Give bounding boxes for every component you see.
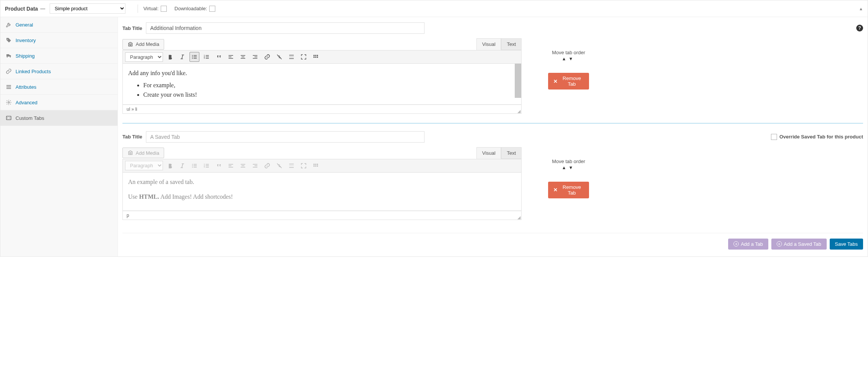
add-tab-button[interactable]: +Add a Tab [728,239,768,250]
move-up-icon[interactable]: ▲ [562,56,569,61]
toolbar-toggle-icon[interactable] [311,52,321,62]
footer-actions: +Add a Tab +Add a Saved Tab Save Tabs [122,233,863,251]
link-icon[interactable] [262,52,272,62]
numbered-list-icon[interactable]: 123 [202,52,212,62]
svg-point-11 [192,57,193,57]
element-path: p ◢ [122,211,522,220]
svg-rect-63 [253,167,257,168]
override-saved-tab[interactable]: Override Saved Tab for this product [771,134,863,140]
add-saved-tab-button[interactable]: +Add a Saved Tab [771,239,827,250]
svg-rect-14 [194,58,197,59]
panel-toggle-icon[interactable]: ▲ [859,6,863,11]
custom-tab-1: Tab Title ? Add Media Visual [122,22,863,121]
sidebar-item-advanced[interactable]: Advanced [0,95,118,110]
sidebar-item-label: Attributes [16,84,36,90]
align-center-icon[interactable] [238,52,248,62]
dash: — [40,6,45,11]
content-line: An example of a saved tab. [128,177,516,187]
remove-tab-button[interactable]: ✕Remove Tab [548,73,589,90]
move-up-icon[interactable]: ▲ [562,165,569,170]
editor-content-area[interactable]: Add any info you'd like. For example, Cr… [122,64,522,105]
format-select[interactable]: Paragraph [125,52,163,62]
svg-rect-67 [313,164,315,165]
plus-icon: + [733,241,739,247]
svg-text:3: 3 [204,166,205,168]
editor-tab-visual[interactable]: Visual [476,38,501,50]
align-left-icon [226,161,236,171]
svg-rect-68 [315,164,316,165]
resize-grip-icon[interactable]: ◢ [517,110,520,113]
editor-tab-text[interactable]: Text [501,38,522,50]
override-checkbox[interactable] [771,134,777,140]
sidebar-item-label: Inventory [16,38,36,43]
sidebar-item-general[interactable]: General [0,17,118,33]
quote-icon[interactable] [214,52,224,62]
add-media-button[interactable]: Add Media [122,39,164,50]
fullscreen-icon[interactable] [299,52,309,62]
unlink-icon [274,161,284,171]
add-media-label: Add Media [136,150,159,156]
italic-icon[interactable] [177,52,187,62]
readmore-icon[interactable] [287,52,296,62]
bullet-list-icon [190,161,199,171]
bold-icon [165,161,175,171]
help-icon[interactable]: ? [856,25,863,31]
svg-point-43 [192,164,193,165]
align-right-icon[interactable] [250,52,260,62]
svg-point-39 [130,152,131,154]
align-left-icon[interactable] [226,52,236,62]
editor-tab-visual[interactable]: Visual [476,147,501,159]
save-tabs-button[interactable]: Save Tabs [830,239,863,250]
gear-icon [6,99,12,105]
editor-tab-text[interactable]: Text [501,147,522,159]
resize-grip-icon[interactable]: ◢ [517,216,520,219]
bullet-list-icon[interactable] [190,52,199,62]
downloadable-checkbox[interactable] [209,6,215,12]
scrollbar[interactable] [515,64,521,98]
sidebar-item-linked[interactable]: Linked Products [0,64,118,79]
remove-tab-button[interactable]: ✕Remove Tab [548,182,589,198]
tag-icon [6,37,12,43]
sidebar-item-shipping[interactable]: Shipping [0,48,118,64]
align-right-icon [250,161,260,171]
svg-rect-35 [317,55,318,56]
sidebar-item-inventory[interactable]: Inventory [0,33,118,48]
add-media-label: Add Media [136,41,159,47]
svg-rect-37 [315,57,316,58]
svg-rect-0 [6,85,11,86]
plus-icon: + [777,241,782,247]
svg-text:3: 3 [204,57,205,59]
align-center-icon [238,161,248,171]
svg-rect-65 [289,165,294,166]
move-down-icon[interactable]: ▼ [569,56,575,61]
bold-icon[interactable] [165,52,175,62]
svg-rect-38 [317,57,318,58]
toolbar-toggle-icon [311,161,321,171]
svg-rect-18 [206,57,209,57]
svg-rect-62 [255,165,258,166]
media-icon [127,41,133,47]
tab-title-input[interactable] [146,22,425,34]
content-intro: Add any info you'd like. [128,68,516,78]
list-icon [6,84,12,90]
svg-rect-64 [289,164,294,165]
sidebar-item-attributes[interactable]: Attributes [0,79,118,95]
virtual-checkbox[interactable] [161,6,167,12]
close-icon: ✕ [553,79,558,84]
product-type-select[interactable]: Simple product [50,3,125,14]
svg-rect-31 [289,57,294,57]
svg-rect-71 [315,165,316,167]
svg-rect-22 [229,57,232,57]
numbered-list-icon: 123 [202,161,212,171]
custom-tab-2: Tab Title Override Saved Tab for this pr… [122,131,863,228]
svg-rect-34 [315,55,316,56]
sidebar-item-custom-tabs[interactable]: Custom Tabs [0,110,118,126]
fullscreen-icon [299,161,309,171]
divider [138,5,138,13]
svg-rect-1 [6,86,11,87]
svg-line-8 [182,55,183,59]
unlink-icon[interactable] [274,52,284,62]
move-down-icon[interactable]: ▼ [569,165,575,170]
svg-rect-58 [241,164,245,165]
tab-title-label: Tab Title [122,134,142,140]
